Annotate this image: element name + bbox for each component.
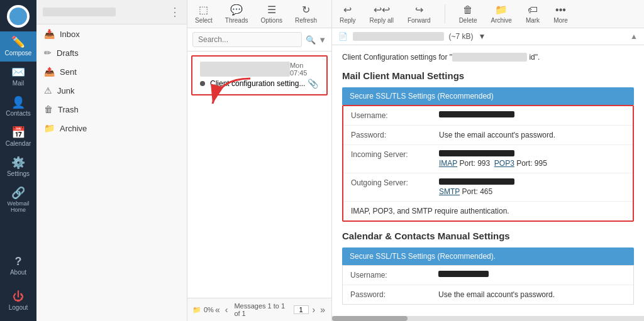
nav-item-compose[interactable]: ✏️ Compose	[0, 31, 36, 62]
more-options-icon[interactable]: ⋮	[169, 5, 180, 19]
options-button[interactable]: ☰ Options	[258, 3, 284, 25]
email-date: Mon 07:45	[290, 62, 319, 77]
incoming-label: Incoming Server:	[351, 150, 426, 159]
incoming-server-redacted	[439, 150, 514, 156]
left-navigation: ✏️ Compose ✉️ Mail 👤 Contacts 📅 Calendar…	[0, 0, 36, 321]
mail-section: Mail Client Manual Settings Secure SSL/T…	[342, 70, 634, 222]
refresh-icon: ↻	[302, 4, 310, 16]
reply-button[interactable]: ↩ Reply	[337, 3, 358, 25]
webmail-icon: 🔗	[11, 187, 25, 199]
reply-all-icon: ↩↩	[374, 4, 390, 16]
trash-icon: 🗑	[44, 104, 53, 114]
archive-folder-icon: 📁	[44, 123, 55, 133]
nav-item-about[interactable]: ? About	[0, 251, 36, 281]
scroll-up-icon[interactable]: ▲	[630, 32, 638, 41]
threads-button[interactable]: 💬 Threads	[223, 3, 251, 25]
email-sender: cPanel on ████████████.id	[200, 62, 290, 77]
mail-icon: ✉️	[11, 67, 25, 78]
nav-item-settings[interactable]: ⚙️ Settings	[0, 152, 36, 182]
calendar-ssl-header: Secure SSL/TLS Settings (Recommended).	[342, 248, 634, 265]
nav-label-contacts: Contacts	[6, 110, 30, 117]
username-value	[439, 111, 514, 117]
nav-label-logout: Logout	[9, 304, 28, 311]
next-page-button[interactable]: ›	[311, 303, 317, 316]
folder-label-inbox: Inbox	[60, 30, 80, 39]
content-header: 📄 █████████████████ (~7 kB) ▼ ▲	[332, 28, 644, 45]
folder-drafts[interactable]: ✏ Drafts	[36, 43, 187, 62]
search-dropdown-icon[interactable]: ▼	[318, 35, 326, 45]
search-input[interactable]	[192, 32, 302, 47]
nav-label-webmail: WebmailHome	[8, 200, 30, 213]
calendar-section-title: Calendar & Contacts Manual Settings	[342, 231, 634, 241]
content-toolbar: ↩ Reply ↩↩ Reply all ↪ Forward 🗑 Delete …	[332, 0, 644, 28]
more-button[interactable]: ••• More	[551, 3, 570, 25]
drafts-icon: ✏	[44, 48, 52, 58]
email-list-footer: 📁 0% « ‹ Messages 1 to 1 of 1 › »	[187, 298, 331, 321]
more-label: More	[553, 17, 568, 24]
size-dropdown-icon[interactable]: ▼	[479, 32, 486, 41]
content-panel: ↩ Reply ↩↩ Reply all ↪ Forward 🗑 Delete …	[332, 0, 644, 321]
page-input[interactable]	[294, 305, 309, 314]
delete-label: Delete	[459, 17, 477, 24]
last-page-button[interactable]: »	[319, 303, 326, 316]
logout-icon: ⏻	[13, 291, 24, 302]
mail-ssl-box: Secure SSL/TLS Settings (Recommended) Us…	[342, 87, 634, 222]
mark-label: Mark	[526, 17, 540, 24]
folder-list: 📥 Inbox ✏ Drafts 📤 Sent ⚠ Junk 🗑 Trash 📁…	[36, 24, 187, 321]
nav-label-calendar: Calendar	[6, 140, 31, 147]
reply-all-label: Reply all	[370, 17, 394, 24]
calendar-section: Calendar & Contacts Manual Settings Secu…	[342, 231, 634, 305]
intro-text-prefix: Client Configuration settings for "	[342, 53, 452, 62]
pagination-controls: « ‹ Messages 1 to 1 of 1 › »	[214, 302, 326, 317]
nav-item-contacts[interactable]: 👤 Contacts	[0, 92, 36, 122]
compose-icon: ✏️	[11, 36, 25, 48]
calendar-settings-box: Username: Password: Use the email accoun…	[342, 265, 634, 305]
imap-port: IMAP Port: 993 POP3 Port: 995	[439, 159, 547, 168]
email-subject-text: Client configuration setting...	[210, 79, 305, 88]
prev-page-button[interactable]: ‹	[224, 303, 230, 316]
content-intro: Client Configuration settings for "█████…	[342, 53, 634, 62]
nav-item-logout[interactable]: ⏻ Logout	[0, 286, 36, 316]
email-list-item[interactable]: cPanel on ████████████.id Mon 07:45 Clie…	[192, 57, 326, 94]
settings-row-username: Username:	[343, 106, 633, 126]
forward-button[interactable]: ↪ Forward	[405, 3, 433, 25]
intro-text-suffix: id".	[527, 53, 540, 62]
settings-row-auth-note: IMAP, POP3, and SMTP require authenticat…	[343, 202, 633, 220]
archive-label: Archive	[491, 17, 512, 24]
settings-row-incoming: Incoming Server: IMAP Port: 993 POP3 Por…	[343, 145, 633, 173]
reply-all-button[interactable]: ↩↩ Reply all	[367, 3, 396, 25]
app-logo	[7, 5, 30, 28]
mail-section-title: Mail Client Manual Settings	[342, 70, 634, 81]
smtp-port: SMTP Port: 465	[439, 187, 492, 196]
nav-item-mail[interactable]: ✉️ Mail	[0, 62, 36, 92]
email-list-panel: ⬚ Select 💬 Threads ☰ Options ↻ Refresh 🔍…	[187, 0, 332, 321]
progress-value: 0%	[204, 306, 214, 313]
settings-icon: ⚙️	[11, 157, 25, 168]
folder-panel: ████████████.id ⋮ 📥 Inbox ✏ Drafts 📤 Sen…	[36, 0, 187, 321]
search-icon[interactable]: 🔍	[306, 35, 316, 45]
select-button[interactable]: ⬚ Select	[192, 3, 215, 25]
reply-label: Reply	[340, 17, 356, 24]
incoming-value: IMAP Port: 993 POP3 Port: 995	[439, 150, 547, 168]
first-page-button[interactable]: «	[214, 303, 221, 316]
folder-archive[interactable]: 📁 Archive	[36, 119, 187, 138]
calendar-row-username: Username:	[343, 266, 633, 285]
calendar-username-value	[438, 271, 489, 277]
email-file-size: █████████████████	[353, 32, 444, 41]
delete-button[interactable]: 🗑 Delete	[457, 3, 480, 25]
smtp-link: SMTP	[439, 187, 460, 196]
nav-label-compose: Compose	[5, 50, 32, 57]
folder-trash[interactable]: 🗑 Trash	[36, 100, 187, 119]
mark-icon: 🏷	[528, 4, 538, 16]
nav-item-calendar[interactable]: 📅 Calendar	[0, 122, 36, 152]
folder-junk[interactable]: ⚠ Junk	[36, 81, 187, 100]
email-toolbar: ⬚ Select 💬 Threads ☰ Options ↻ Refresh	[187, 0, 331, 28]
mark-button[interactable]: 🏷 Mark	[523, 3, 542, 25]
nav-item-webmail[interactable]: 🔗 WebmailHome	[0, 182, 36, 218]
archive-button[interactable]: 📁 Archive	[489, 3, 514, 25]
refresh-button[interactable]: ↻ Refresh	[292, 3, 319, 25]
folder-inbox[interactable]: 📥 Inbox	[36, 24, 187, 43]
horizontal-scrollbar[interactable]	[332, 316, 644, 321]
folder-sent[interactable]: 📤 Sent	[36, 62, 187, 81]
inbox-icon: 📥	[44, 29, 55, 39]
